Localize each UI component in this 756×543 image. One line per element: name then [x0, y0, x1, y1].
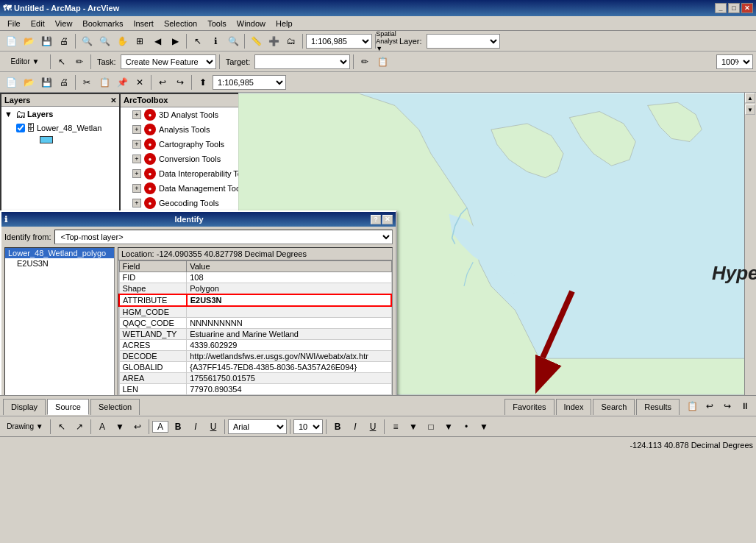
- arc-catalog-button[interactable]: 🗂: [283, 33, 299, 49]
- task-dropdown[interactable]: Create New Feature: [121, 54, 216, 69]
- table-btn-3[interactable]: ↪: [719, 398, 735, 414]
- tab-search[interactable]: Search: [593, 399, 635, 415]
- outline-btn[interactable]: □: [423, 419, 439, 435]
- tool-undo[interactable]: ↩: [154, 74, 171, 90]
- identify-button[interactable]: ℹ: [207, 33, 224, 49]
- menu-selection[interactable]: Selection: [160, 18, 202, 29]
- zoom-in-button[interactable]: 🔍: [79, 33, 95, 49]
- tool-add-vertex[interactable]: ⬆: [195, 74, 211, 90]
- table-btn-2[interactable]: ↩: [702, 398, 718, 414]
- menu-file[interactable]: File: [3, 18, 25, 29]
- tree-parent-item[interactable]: Lower_48_Wetland_polygo: [5, 248, 114, 258]
- forward-button[interactable]: ▶: [167, 33, 183, 49]
- menu-help[interactable]: Help: [271, 18, 297, 29]
- tool-copy[interactable]: 📋: [96, 74, 113, 90]
- align-btn[interactable]: ≡: [388, 419, 404, 435]
- point2-btn[interactable]: ▼: [476, 419, 492, 435]
- maximize-button[interactable]: □: [728, 3, 740, 13]
- tool-cut[interactable]: ✂: [79, 74, 95, 90]
- back-button[interactable]: ◀: [149, 33, 165, 49]
- tool-1[interactable]: 📄: [3, 74, 19, 90]
- tab-display[interactable]: Display: [3, 399, 46, 415]
- tab-selection[interactable]: Selection: [90, 399, 140, 415]
- spatial-analyst-btn[interactable]: Spatial Analyst ▼: [379, 33, 395, 49]
- font-underline-btn[interactable]: U: [205, 419, 221, 435]
- scale-dropdown[interactable]: 1:106,985: [306, 34, 372, 49]
- layer-visibility-checkbox[interactable]: [16, 124, 25, 132]
- scroll-down-button[interactable]: ▼: [745, 104, 755, 115]
- right-scrollbar[interactable]: ▲ ▼: [744, 93, 756, 395]
- expand-geocoding-icon[interactable]: +: [132, 199, 141, 207]
- expand-cartography-icon[interactable]: +: [132, 140, 141, 149]
- pan-button[interactable]: ✋: [114, 33, 130, 49]
- fill-color-btn[interactable]: ▼: [405, 419, 421, 435]
- zoom-dropdown[interactable]: 100%: [716, 54, 753, 69]
- menu-view[interactable]: View: [51, 18, 77, 29]
- close-button[interactable]: ✕: [741, 3, 753, 13]
- draw-select-btn[interactable]: ↖: [54, 419, 70, 435]
- shadow-btn[interactable]: ▼: [441, 419, 457, 435]
- expand-conversion-icon[interactable]: +: [132, 155, 141, 163]
- find-button[interactable]: 🔍: [225, 33, 241, 49]
- tab-favorites[interactable]: Favorites: [504, 399, 554, 415]
- identify-help-button[interactable]: ?: [371, 215, 381, 224]
- tool-redo[interactable]: ↪: [172, 74, 188, 90]
- expand-3d-icon[interactable]: +: [132, 110, 141, 119]
- font-size-dropdown[interactable]: 10: [293, 419, 323, 434]
- target-dropdown[interactable]: [254, 54, 350, 69]
- color-btn[interactable]: A: [152, 421, 168, 433]
- identify-from-dropdown[interactable]: <Top-most layer>: [54, 230, 393, 244]
- tool-2[interactable]: 📂: [21, 74, 37, 90]
- full-extent-button[interactable]: ⊞: [132, 33, 148, 49]
- identify-close-button[interactable]: ✕: [382, 215, 393, 224]
- bold-btn[interactable]: B: [329, 419, 346, 435]
- zoom-out-button[interactable]: 🔍: [96, 33, 113, 49]
- expand-analysis-icon[interactable]: +: [132, 125, 141, 134]
- menu-tools[interactable]: Tools: [203, 18, 231, 29]
- menu-bookmarks[interactable]: Bookmarks: [78, 18, 127, 29]
- tool-delete[interactable]: ✕: [132, 74, 148, 90]
- point-btn[interactable]: •: [458, 419, 474, 435]
- tree-child-item[interactable]: E2US3N: [5, 258, 114, 269]
- minimize-button[interactable]: _: [715, 3, 727, 13]
- italic-btn[interactable]: I: [347, 419, 363, 435]
- font-bold-btn[interactable]: B: [170, 419, 186, 435]
- menu-window[interactable]: Window: [232, 18, 270, 29]
- text-btn[interactable]: A: [94, 419, 110, 435]
- drawing-dropdown-btn[interactable]: Drawing ▼: [3, 419, 47, 435]
- tab-results[interactable]: Results: [636, 399, 680, 415]
- sketch-btn[interactable]: ✏: [357, 54, 373, 70]
- tab-index[interactable]: Index: [556, 399, 592, 415]
- expand-datamgmt-icon[interactable]: +: [132, 184, 141, 193]
- tab-source[interactable]: Source: [47, 399, 89, 415]
- toc-layer-row[interactable]: 🗄 Lower_48_Wetlan: [13, 121, 119, 135]
- tool-4[interactable]: 🖨: [56, 74, 72, 90]
- text-down-btn[interactable]: ▼: [112, 419, 128, 435]
- draw-undo-btn[interactable]: ↩: [129, 419, 146, 435]
- measure-button[interactable]: 📏: [248, 33, 264, 49]
- pencil-tool[interactable]: ✏: [71, 54, 88, 70]
- scroll-up-button[interactable]: ▲: [745, 93, 755, 103]
- menu-insert[interactable]: Insert: [129, 18, 158, 29]
- draw-cursor-btn[interactable]: ↗: [71, 419, 88, 435]
- select-button[interactable]: ↖: [190, 33, 206, 49]
- expand-interop-icon[interactable]: +: [132, 169, 141, 178]
- tool-3[interactable]: 💾: [38, 74, 54, 90]
- add-data-button[interactable]: ➕: [265, 33, 282, 49]
- save-button[interactable]: 💾: [38, 33, 54, 49]
- menu-edit[interactable]: Edit: [26, 18, 49, 29]
- layer-dropdown[interactable]: [427, 34, 500, 49]
- tool-paste[interactable]: 📌: [114, 74, 130, 90]
- attr-btn[interactable]: 📋: [374, 54, 391, 70]
- edit-tool[interactable]: ↖: [54, 54, 70, 70]
- underline-btn[interactable]: U: [365, 419, 381, 435]
- font-name-dropdown[interactable]: Arial: [228, 419, 287, 434]
- print-button[interactable]: 🖨: [56, 33, 72, 49]
- font-italic-btn[interactable]: I: [188, 419, 204, 435]
- table-btn-pause[interactable]: ⏸: [737, 398, 753, 414]
- layers-close-button[interactable]: ✕: [110, 96, 116, 104]
- new-button[interactable]: 📄: [3, 33, 19, 49]
- table-btn-1[interactable]: 📋: [684, 398, 700, 414]
- scale-input[interactable]: 1:106,985: [213, 75, 286, 90]
- editor-dropdown-btn[interactable]: Editor ▼: [3, 54, 47, 70]
